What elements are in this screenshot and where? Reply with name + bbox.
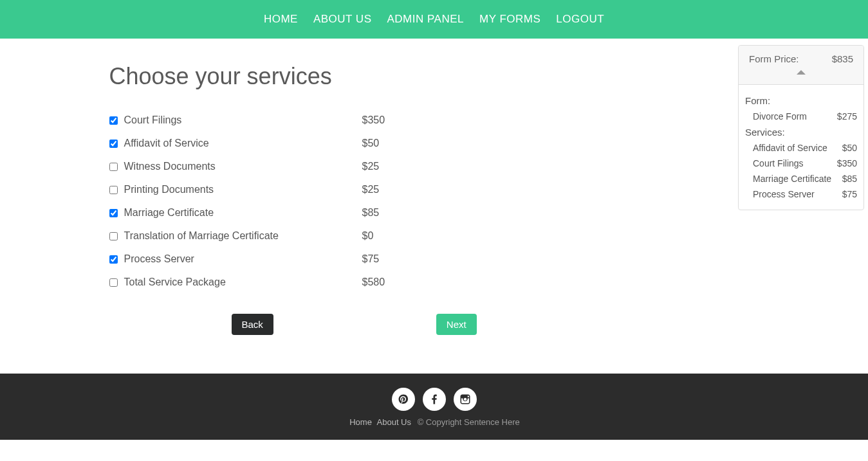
service-checkbox[interactable] <box>109 255 118 264</box>
price-summary-sidebar: Form Price: $835 Form: Divorce Form$275 … <box>738 45 864 210</box>
sidebar-service-item: Marriage Certificate$85 <box>739 171 863 186</box>
service-row: Marriage Certificate$85 <box>109 207 759 219</box>
sidebar-item-price: $350 <box>837 158 857 168</box>
caret-up-icon <box>749 66 853 77</box>
service-label: Printing Documents <box>124 184 362 195</box>
footer-links: Home About Us © Copyright Sentence Here <box>0 417 868 427</box>
nav-logout[interactable]: LOGOUT <box>556 13 604 26</box>
sidebar-service-item: Court Filings$350 <box>739 156 863 171</box>
sidebar-item-price: $85 <box>842 174 857 184</box>
service-checkbox[interactable] <box>109 116 118 125</box>
service-price: $75 <box>362 253 380 265</box>
service-price: $50 <box>362 138 380 149</box>
service-price: $0 <box>362 230 374 242</box>
service-checkbox[interactable] <box>109 186 118 194</box>
page-title: Choose your services <box>109 63 759 90</box>
service-price: $85 <box>362 207 380 219</box>
sidebar-header[interactable]: Form Price: $835 <box>739 46 863 85</box>
service-checkbox[interactable] <box>109 209 118 217</box>
sidebar-item-price: $75 <box>842 189 857 199</box>
nav-admin-panel[interactable]: ADMIN PANEL <box>387 13 464 26</box>
footer: Home About Us © Copyright Sentence Here <box>0 374 868 440</box>
form-price-value: $835 <box>832 53 853 64</box>
service-checkbox[interactable] <box>109 232 118 240</box>
sidebar-form-section-label: Form: <box>739 93 863 109</box>
copyright-text: © Copyright Sentence Here <box>418 417 520 427</box>
service-row: Printing Documents$25 <box>109 184 759 195</box>
sidebar-item-name: Divorce Form <box>753 111 837 122</box>
service-checkbox[interactable] <box>109 140 118 148</box>
sidebar-service-item: Process Server$75 <box>739 186 863 202</box>
service-row: Process Server$75 <box>109 253 759 265</box>
service-price: $25 <box>362 161 380 172</box>
service-row: Affidavit of Service$50 <box>109 138 759 149</box>
sidebar-item-name: Court Filings <box>753 158 837 168</box>
next-button[interactable]: Next <box>436 314 477 335</box>
sidebar-service-item: Affidavit of Service$50 <box>739 140 863 156</box>
service-label: Total Service Package <box>124 276 362 288</box>
service-label: Translation of Marriage Certificate <box>124 230 362 242</box>
main-navbar: HOME ABOUT US ADMIN PANEL MY FORMS LOGOU… <box>0 0 868 39</box>
footer-link-about[interactable]: About Us <box>377 417 411 427</box>
nav-about-us[interactable]: ABOUT US <box>313 13 372 26</box>
sidebar-services-section-label: Services: <box>739 124 863 140</box>
service-price: $580 <box>362 276 385 288</box>
buttons-row: Back Next <box>109 314 759 335</box>
service-label: Marriage Certificate <box>124 207 362 219</box>
sidebar-form-item: Divorce Form$275 <box>739 109 863 124</box>
service-row: Witness Documents$25 <box>109 161 759 172</box>
back-button[interactable]: Back <box>232 314 273 335</box>
sidebar-item-price: $275 <box>837 111 857 122</box>
service-row: Court Filings$350 <box>109 114 759 126</box>
service-price: $25 <box>362 184 380 195</box>
service-checkbox[interactable] <box>109 163 118 171</box>
nav-home[interactable]: HOME <box>264 13 298 26</box>
service-label: Process Server <box>124 253 362 265</box>
svg-marker-0 <box>797 70 806 75</box>
service-label: Affidavit of Service <box>124 138 362 149</box>
form-price-label: Form Price: <box>749 53 799 64</box>
service-price: $350 <box>362 114 385 126</box>
footer-link-home[interactable]: Home <box>349 417 372 427</box>
social-icons <box>0 388 868 411</box>
service-row: Translation of Marriage Certificate$0 <box>109 230 759 242</box>
service-label: Witness Documents <box>124 161 362 172</box>
sidebar-body: Form: Divorce Form$275 Services: Affidav… <box>739 85 863 210</box>
main-container: Choose your services Court Filings$350Af… <box>100 63 769 335</box>
service-label: Court Filings <box>124 114 362 126</box>
service-checkbox[interactable] <box>109 278 118 287</box>
service-row: Total Service Package$580 <box>109 276 759 288</box>
facebook-icon[interactable] <box>423 388 446 411</box>
instagram-icon[interactable] <box>454 388 477 411</box>
sidebar-item-name: Affidavit of Service <box>753 143 842 153</box>
sidebar-item-name: Marriage Certificate <box>753 174 842 184</box>
sidebar-item-name: Process Server <box>753 189 842 199</box>
services-list: Court Filings$350Affidavit of Service$50… <box>109 114 759 288</box>
nav-my-forms[interactable]: MY FORMS <box>479 13 540 26</box>
sidebar-item-price: $50 <box>842 143 857 153</box>
pinterest-icon[interactable] <box>392 388 415 411</box>
